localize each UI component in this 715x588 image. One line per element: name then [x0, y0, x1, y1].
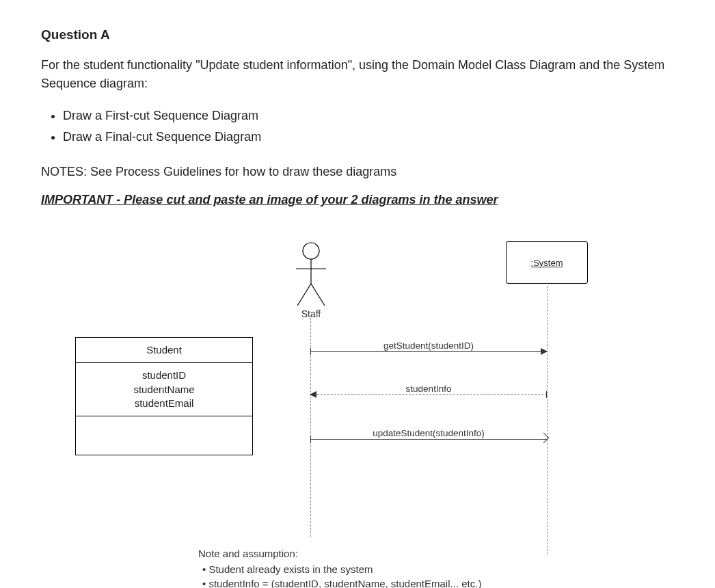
svg-line-3 [297, 284, 311, 306]
class-attributes: studentID studentName studentEmail [76, 362, 252, 416]
actor-staff: Staff [280, 241, 342, 319]
page: Question A For the student functionality… [0, 0, 715, 588]
class-attribute: studentID [83, 369, 245, 382]
message-get-student: getStudent(studentID) [310, 345, 547, 358]
diagram-note-item: studentInfo = (studentID, studentName, s… [202, 576, 554, 588]
question-intro: For the student functionality "Update st… [41, 56, 674, 93]
task-list: Draw a First-cut Sequence Diagram Draw a… [49, 105, 674, 147]
question-title: Question A [41, 27, 674, 42]
lifeline-system [547, 282, 548, 554]
diagram-notes: Note and assumption: Student already exi… [198, 546, 554, 588]
svg-point-0 [303, 243, 319, 259]
message-update-student: updateStudent(studentInfo) [310, 433, 547, 445]
message-label: updateStudent(studentInfo) [370, 428, 487, 438]
class-attribute: studentEmail [83, 397, 245, 410]
diagram-notes-title: Note and assumption: [198, 546, 554, 561]
message-student-info: studentInfo [310, 388, 547, 401]
task-item: Draw a First-cut Sequence Diagram [63, 105, 674, 126]
actor-icon [291, 241, 332, 307]
system-label: :System [531, 258, 563, 268]
class-box-student: Student studentID studentName studentEma… [75, 337, 253, 455]
message-label: studentInfo [403, 384, 455, 394]
class-attribute: studentName [83, 383, 245, 397]
message-label: getStudent(studentID) [381, 340, 476, 351]
actor-label: Staff [280, 308, 342, 319]
diagram-note-item: Student already exists in the system [202, 562, 554, 576]
svg-line-4 [311, 284, 325, 306]
class-operations [76, 416, 252, 455]
task-item: Draw a Final-cut Sequence Diagram [63, 126, 674, 148]
diagram-area: Student studentID studentName studentEma… [41, 241, 670, 588]
important-line: IMPORTANT - Please cut and paste an imag… [41, 193, 674, 207]
class-name: Student [76, 338, 252, 362]
notes-line: NOTES: See Process Guidelines for how to… [41, 165, 674, 179]
system-box: :System [506, 241, 588, 284]
